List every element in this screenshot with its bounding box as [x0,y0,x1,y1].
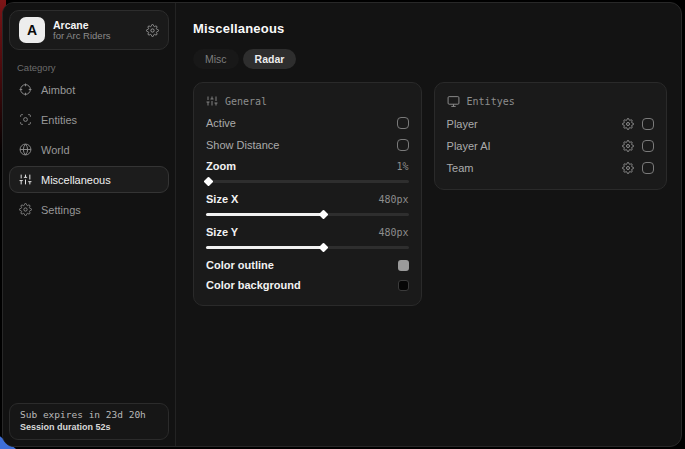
show-distance-label: Show Distance [206,139,279,151]
app-window: A Arcane for Arc Riders Category Aimbot [2,2,682,447]
brand-subtitle: for Arc Riders [53,31,111,42]
category-label: Category [17,62,175,73]
tab-bar: Misc Radar [193,49,667,69]
slider-thumb[interactable] [319,210,329,220]
sidebar-item-settings[interactable]: Settings [9,196,169,223]
main-content: Miscellaneous Misc Radar General Active [177,3,681,446]
size-x-slider[interactable] [206,210,409,219]
sidebar-item-miscellaneous[interactable]: Miscellaneous [9,166,169,193]
general-panel-header: General [206,95,409,107]
desktop: A Arcane for Arc Riders Category Aimbot [0,0,685,449]
general-panel: General Active Show Distance Zoom 1% [193,82,422,306]
sidebar-item-label: Aimbot [41,84,75,96]
sidebar-item-world[interactable]: World [9,136,169,163]
slider-thumb[interactable] [319,243,329,253]
gear-icon[interactable] [146,24,159,37]
size-y-value: 480px [378,227,408,238]
zoom-value: 1% [397,161,409,172]
show-distance-row: Show Distance [206,134,409,156]
show-distance-checkbox[interactable] [397,139,409,151]
tab-misc[interactable]: Misc [193,49,239,69]
slider-fill [206,213,323,216]
app-logo: A [19,17,45,43]
sidebar-item-label: World [41,144,70,156]
color-background-swatch[interactable] [398,280,409,291]
size-y-row: Size Y 480px [206,222,409,242]
color-outline-row: Color outline [206,255,409,275]
sidebar-item-label: Entities [41,114,77,126]
sidebar-item-label: Settings [41,204,81,216]
size-x-value: 480px [378,194,408,205]
sub-expires-text: Sub expires in 23d 20h [20,409,158,420]
size-y-slider[interactable] [206,243,409,252]
player-controls [622,118,654,130]
slider-thumb[interactable] [204,177,214,187]
active-row: Active [206,112,409,134]
crosshair-icon [19,83,32,96]
team-label: Team [447,162,474,174]
gear-icon [19,203,32,216]
zoom-row: Zoom 1% [206,156,409,176]
player-ai-controls [622,140,654,152]
sidebar-item-entities[interactable]: Entities [9,106,169,133]
general-panel-title: General [225,96,267,107]
slider-fill [206,246,323,249]
player-ai-label: Player AI [447,140,491,152]
brand-title: Arcane [53,19,111,31]
color-background-row: Color background [206,275,409,295]
globe-icon [19,143,32,156]
size-x-label: Size X [206,193,238,205]
tab-radar[interactable]: Radar [243,49,297,69]
active-label: Active [206,117,236,129]
scan-icon [19,113,32,126]
size-y-label: Size Y [206,226,238,238]
sliders-icon [19,173,32,186]
sidebar-nav: Aimbot Entities World [3,76,175,223]
team-checkbox[interactable] [642,162,654,174]
gear-icon[interactable] [622,118,634,130]
zoom-slider[interactable] [206,177,409,186]
sidebar: A Arcane for Arc Riders Category Aimbot [3,3,176,446]
subscription-info-box: Sub expires in 23d 20h Session duration … [9,403,169,440]
gear-icon[interactable] [622,140,634,152]
monitor-icon [447,95,460,108]
entities-panel-header: Entityes [447,95,654,108]
team-controls [622,162,654,174]
player-row: Player [447,113,654,135]
slider-track [206,180,409,183]
player-ai-checkbox[interactable] [642,140,654,152]
session-duration-text: Session duration 52s [20,422,158,432]
brand-card[interactable]: A Arcane for Arc Riders [9,10,169,50]
sliders-icon [206,95,218,107]
sidebar-item-aimbot[interactable]: Aimbot [9,76,169,103]
entities-panel-title: Entityes [467,96,515,107]
size-x-row: Size X 480px [206,189,409,209]
color-background-label: Color background [206,279,301,291]
color-outline-swatch[interactable] [398,260,409,271]
page-title: Miscellaneous [193,21,667,36]
gear-icon[interactable] [622,162,634,174]
team-row: Team [447,157,654,179]
panel-group: General Active Show Distance Zoom 1% [193,82,667,306]
color-outline-label: Color outline [206,259,274,271]
brand-text: Arcane for Arc Riders [53,19,111,42]
player-checkbox[interactable] [642,118,654,130]
player-ai-row: Player AI [447,135,654,157]
active-checkbox[interactable] [397,117,409,129]
player-label: Player [447,118,478,130]
zoom-label: Zoom [206,160,236,172]
sidebar-item-label: Miscellaneous [41,174,111,186]
entities-panel: Entityes Player Player AI [434,82,667,190]
